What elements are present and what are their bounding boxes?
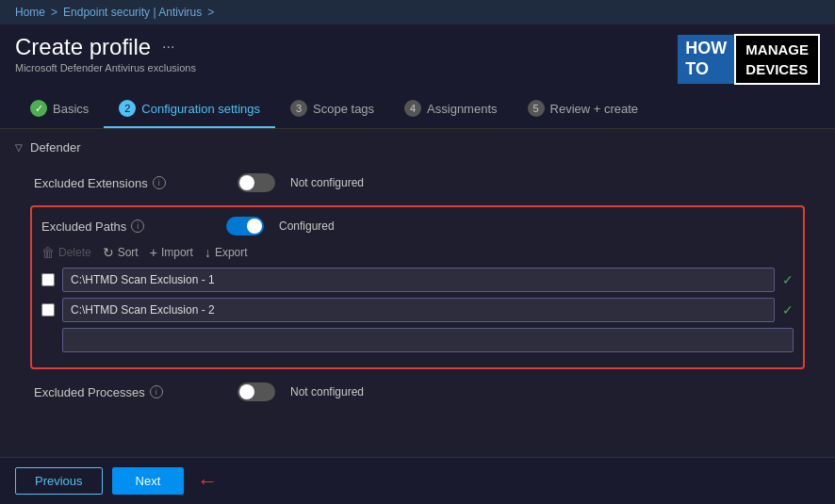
section-title: Defender	[30, 140, 80, 154]
arrow-indicator: ←	[197, 469, 218, 494]
tab-navigation: ✓ Basics 2 Configuration settings 3 Scop…	[0, 90, 835, 129]
excluded-processes-info-icon[interactable]: i	[150, 385, 163, 398]
excluded-processes-toggle[interactable]	[237, 382, 275, 401]
tab-num-config: 2	[119, 100, 136, 117]
tab-label-review: Review + create	[550, 102, 639, 116]
import-icon: +	[150, 245, 157, 260]
chevron-icon: ▽	[15, 142, 23, 153]
tab-basics[interactable]: ✓ Basics	[15, 90, 104, 128]
tab-num-scope: 3	[290, 100, 307, 117]
breadcrumb-home[interactable]: Home	[15, 6, 45, 19]
page-title-ellipsis: ···	[162, 39, 174, 56]
page-footer: Previous Next ←	[0, 457, 835, 504]
tab-label-scope: Scope tags	[313, 102, 374, 116]
page-title: Create profile	[15, 34, 151, 60]
export-label: Export	[215, 246, 248, 259]
tab-label-basics: Basics	[53, 102, 89, 116]
sort-label: Sort	[118, 246, 139, 259]
company-logo: HOWTO MANAGEDEVICES	[678, 34, 820, 85]
excluded-paths-info-icon[interactable]: i	[131, 219, 144, 233]
excluded-extensions-row: Excluded Extensions i Not configured	[15, 166, 820, 200]
export-button[interactable]: ↓ Export	[205, 245, 248, 260]
excluded-paths-section: Excluded Paths i Configured 🗑 Delete ↻ S…	[30, 205, 805, 369]
tab-num-assign: 4	[404, 100, 421, 117]
excluded-paths-label: Excluded Paths	[41, 219, 126, 234]
logo-how: HOWTO	[678, 35, 734, 83]
defender-section-header: ▽ Defender	[15, 140, 820, 154]
excluded-extensions-toggle-label: Not configured	[290, 176, 364, 189]
main-content: ▽ Defender Excluded Extensions i Not con…	[0, 129, 835, 487]
tab-configuration-settings[interactable]: 2 Configuration settings	[104, 90, 275, 128]
delete-label: Delete	[58, 246, 91, 259]
excluded-paths-header: Excluded Paths i Configured	[41, 217, 794, 236]
exclusion-input-1[interactable]	[62, 268, 775, 292]
next-button[interactable]: Next	[112, 467, 185, 495]
previous-button[interactable]: Previous	[15, 467, 103, 495]
excluded-processes-row: Excluded Processes i Not configured	[15, 375, 820, 409]
check-icon-2: ✓	[782, 302, 794, 317]
delete-button[interactable]: 🗑 Delete	[41, 245, 91, 260]
tab-num-review: 5	[528, 100, 545, 117]
excluded-extensions-toggle[interactable]	[237, 173, 275, 192]
exclusion-row-empty	[41, 328, 794, 352]
excluded-processes-label: Excluded Processes	[34, 385, 145, 399]
exclusion-checkbox-2[interactable]	[41, 303, 55, 317]
exclusion-empty-field[interactable]	[62, 328, 794, 352]
import-label: Import	[161, 246, 193, 259]
import-button[interactable]: + Import	[150, 245, 193, 260]
tab-scope-tags[interactable]: 3 Scope tags	[275, 90, 389, 128]
excluded-paths-toolbar: 🗑 Delete ↻ Sort + Import ↓ Export	[41, 245, 794, 260]
exclusion-row-1: ✓	[41, 268, 794, 292]
tab-label-config: Configuration settings	[141, 102, 260, 116]
breadcrumb-section[interactable]: Endpoint security | Antivirus	[63, 6, 202, 19]
exclusion-checkbox-1[interactable]	[41, 273, 55, 286]
logo-manage: MANAGEDEVICES	[734, 34, 820, 85]
page-subtitle: Microsoft Defender Antivirus exclusions	[15, 62, 196, 73]
breadcrumb-sep2: >	[207, 6, 214, 19]
tab-label-assign: Assignments	[427, 102, 497, 116]
page-header: Create profile ··· Microsoft Defender An…	[0, 24, 835, 90]
exclusion-input-2[interactable]	[62, 298, 775, 322]
tab-num-basics: ✓	[30, 100, 47, 117]
exclusion-row-2: ✓	[41, 298, 794, 322]
sort-button[interactable]: ↻ Sort	[103, 245, 139, 260]
tab-review-create[interactable]: 5 Review + create	[513, 90, 654, 128]
excluded-processes-toggle-label: Not configured	[290, 385, 364, 398]
excluded-extensions-info-icon[interactable]: i	[153, 176, 166, 189]
excluded-extensions-label: Excluded Extensions	[34, 176, 148, 190]
excluded-paths-toggle[interactable]	[226, 217, 264, 236]
delete-icon: 🗑	[41, 245, 55, 260]
check-icon-1: ✓	[782, 272, 794, 287]
export-icon: ↓	[205, 245, 211, 260]
breadcrumb-sep1: >	[51, 6, 57, 19]
excluded-paths-toggle-label: Configured	[279, 219, 335, 233]
tab-assignments[interactable]: 4 Assignments	[389, 90, 512, 128]
breadcrumb: Home > Endpoint security | Antivirus >	[0, 0, 835, 24]
sort-icon: ↻	[103, 245, 114, 260]
